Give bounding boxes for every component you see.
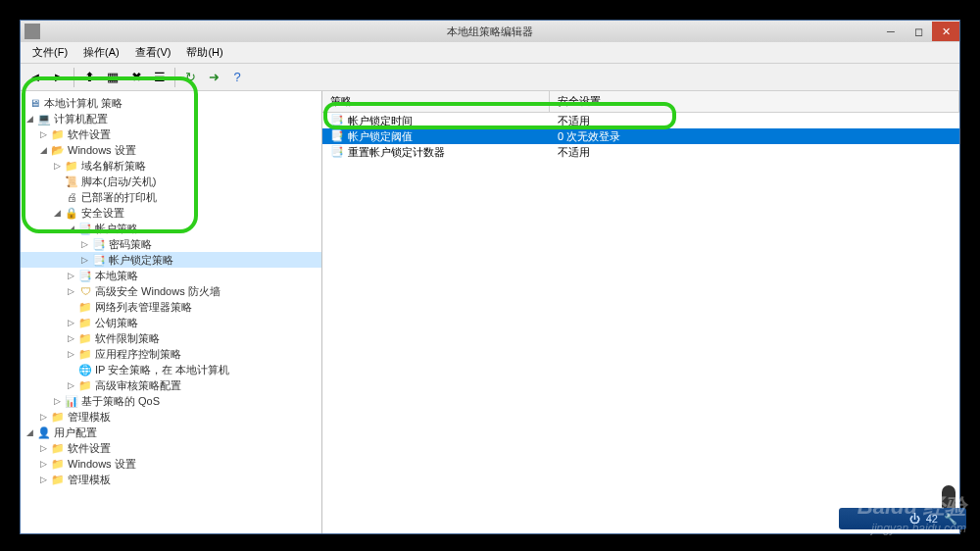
expander-icon[interactable]: ◢: [24, 114, 34, 124]
tree-password-policy[interactable]: ▷📑密码策略: [21, 236, 321, 252]
tree-root[interactable]: 🖥本地计算机 策略: [21, 95, 321, 111]
tree-label: 脚本(启动/关机): [81, 175, 156, 189]
tree-user-windows[interactable]: ▷📁Windows 设置: [21, 456, 321, 472]
app-icon: [24, 24, 40, 39]
list-row[interactable]: 📑重置帐户锁定计数器 不适用: [322, 144, 959, 160]
expander-icon[interactable]: ◢: [24, 427, 34, 437]
column-policy[interactable]: 策略: [322, 91, 550, 112]
expander-icon[interactable]: ▷: [38, 443, 48, 453]
expander-icon[interactable]: ▷: [38, 459, 48, 469]
expander-icon[interactable]: ▷: [66, 286, 75, 296]
up-button[interactable]: ⬆: [78, 67, 100, 88]
computer-icon: 🖥: [26, 96, 42, 110]
menu-file[interactable]: 文件(F): [24, 43, 75, 62]
tree-app-control[interactable]: ▷📁应用程序控制策略: [21, 346, 321, 362]
folder-icon: 📁: [50, 441, 66, 455]
tree-user-admin-templates[interactable]: ▷📁管理模板: [21, 472, 321, 487]
show-hide-tree-button[interactable]: ▦: [102, 67, 123, 88]
close-button[interactable]: ✕: [932, 22, 959, 41]
minimize-button[interactable]: ─: [877, 22, 905, 41]
expander-icon[interactable]: ▷: [66, 271, 75, 280]
help-button[interactable]: ?: [226, 67, 248, 88]
tree-scripts[interactable]: 📜脚本(启动/关机): [21, 174, 321, 189]
forward-button[interactable]: ►: [48, 67, 70, 88]
menu-action[interactable]: 操作(A): [75, 43, 127, 62]
tree-security-settings[interactable]: ◢🔒安全设置: [21, 205, 321, 221]
tree-network-list[interactable]: 📁网络列表管理器策略: [21, 299, 321, 315]
policy-icon: 📑: [77, 222, 93, 235]
toolbar-separator: [174, 68, 175, 87]
folder-icon: 📁: [50, 410, 66, 424]
tree-printers[interactable]: 🖨已部署的打印机: [21, 189, 321, 205]
tree-panel[interactable]: 🖥本地计算机 策略 ◢💻计算机配置 ▷📁软件设置 ◢📂Windows 设置 ▷📁…: [21, 91, 322, 533]
tree-admin-templates[interactable]: ▷📁管理模板: [21, 409, 321, 425]
refresh-button[interactable]: ↻: [179, 67, 201, 88]
menu-view[interactable]: 查看(V): [127, 43, 179, 62]
tree-public-key[interactable]: ▷📁公钥策略: [21, 315, 321, 330]
policy-icon: 📑: [330, 129, 344, 143]
tree-label: IP 安全策略，在 本地计算机: [95, 363, 229, 377]
expander-icon[interactable]: ▷: [66, 333, 75, 343]
list-row[interactable]: 📑帐户锁定阈值 0 次无效登录: [322, 128, 959, 144]
folder-icon: 📁: [77, 300, 93, 314]
tree-label: 已部署的打印机: [81, 190, 157, 205]
expander-icon[interactable]: ▷: [52, 396, 62, 406]
properties-button[interactable]: ☰: [149, 67, 171, 88]
expander-icon[interactable]: ▷: [38, 475, 48, 484]
folder-icon: 📁: [77, 316, 93, 329]
tree-label: 软件设置: [68, 441, 111, 456]
column-setting[interactable]: 安全设置: [550, 91, 959, 112]
delete-button[interactable]: ✖: [125, 67, 147, 88]
tree-local-policies[interactable]: ▷📑本地策略: [21, 268, 321, 283]
tree-advanced-audit[interactable]: ▷📁高级审核策略配置: [21, 377, 321, 393]
tree-computer-config[interactable]: ◢💻计算机配置: [21, 111, 321, 126]
tree-label: 管理模板: [68, 410, 111, 425]
tree-label: 高级审核策略配置: [95, 378, 181, 393]
tree-name-resolution[interactable]: ▷📁域名解析策略: [21, 158, 321, 174]
expander-icon[interactable]: ▷: [66, 349, 75, 359]
expander-icon[interactable]: ▷: [38, 129, 48, 139]
expander-icon[interactable]: ▷: [66, 380, 75, 390]
expander-icon[interactable]: ◢: [38, 145, 48, 155]
expander-icon[interactable]: ◢: [66, 224, 75, 233]
menubar: 文件(F) 操作(A) 查看(V) 帮助(H): [21, 42, 959, 64]
chart-icon: 📊: [64, 394, 79, 408]
back-button[interactable]: ◄: [24, 67, 46, 88]
tree-account-policies[interactable]: ◢📑帐户策略: [21, 221, 321, 236]
expander-icon[interactable]: ▷: [79, 255, 89, 265]
tree-user-software[interactable]: ▷📁软件设置: [21, 440, 321, 456]
tree-label: Windows 设置: [68, 457, 136, 472]
maximize-button[interactable]: ◻: [905, 22, 932, 41]
tree-software-restriction[interactable]: ▷📁软件限制策略: [21, 330, 321, 346]
list-body[interactable]: 📑帐户锁定时间 不适用 📑帐户锁定阈值 0 次无效登录 📑重置帐户锁定计数器 不…: [322, 113, 959, 533]
menu-help[interactable]: 帮助(H): [178, 43, 230, 62]
tree-label: 公钥策略: [95, 316, 138, 330]
tree-qos[interactable]: ▷📊基于策略的 QoS: [21, 393, 321, 409]
tree-account-lockout-policy[interactable]: ▷📑帐户锁定策略: [21, 252, 321, 268]
user-icon: 👤: [36, 426, 52, 439]
firewall-icon: 🛡: [77, 284, 93, 298]
tree-label: 应用程序控制策略: [95, 347, 181, 362]
folder-icon: 📁: [64, 159, 79, 173]
expander-icon[interactable]: ▷: [38, 412, 48, 422]
tree-user-config[interactable]: ◢👤用户配置: [21, 425, 321, 440]
tree-software-settings[interactable]: ▷📁软件设置: [21, 126, 321, 142]
expander-icon[interactable]: ▷: [79, 239, 89, 249]
policy-icon: 📑: [91, 253, 107, 267]
tree-ip-security[interactable]: 🌐IP 安全策略，在 本地计算机: [21, 362, 321, 377]
expander-icon[interactable]: ▷: [66, 318, 75, 327]
tree-windows-settings[interactable]: ◢📂Windows 设置: [21, 142, 321, 158]
expander-icon[interactable]: ◢: [52, 208, 62, 218]
policy-icon: 📑: [330, 145, 344, 159]
list-cell-setting: 不适用: [550, 145, 959, 160]
gear-icon: 💻: [36, 112, 52, 125]
policy-icon: 📑: [330, 114, 344, 127]
tree-windows-firewall[interactable]: ▷🛡高级安全 Windows 防火墙: [21, 283, 321, 299]
list-row[interactable]: 📑帐户锁定时间 不适用: [322, 113, 959, 128]
export-button[interactable]: ➜: [203, 67, 224, 88]
list-cell-policy: 📑帐户锁定阈值: [322, 129, 550, 144]
policy-icon: 📑: [77, 269, 93, 282]
tree-label: 高级安全 Windows 防火墙: [95, 284, 220, 299]
expander-icon[interactable]: ▷: [52, 161, 62, 171]
tree-label: 域名解析策略: [81, 159, 146, 174]
